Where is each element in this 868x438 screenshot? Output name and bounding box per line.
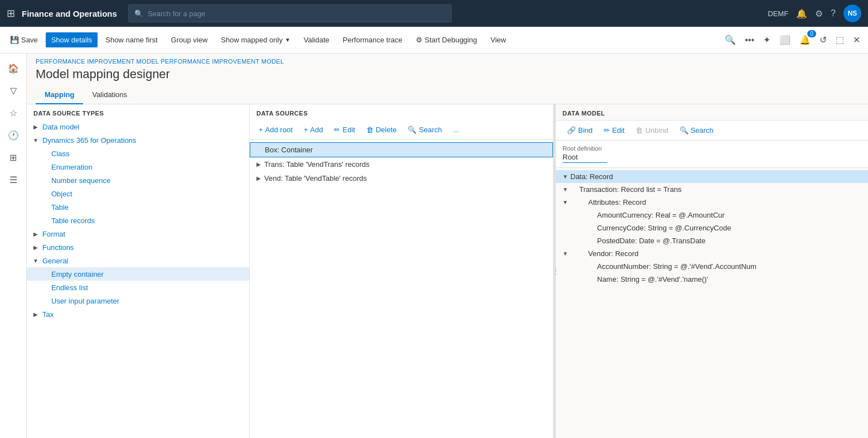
add-button[interactable]: + Add <box>299 123 328 136</box>
ds-item-box[interactable]: Box: Container <box>250 142 553 157</box>
expander-icon: ▶ <box>31 310 40 319</box>
dm-item-account-number[interactable]: AccountNumber: String = @.'#Vend'.Accoun… <box>556 260 868 273</box>
show-mapped-only-button[interactable]: Show mapped only ▼ <box>215 32 295 47</box>
dm-toolbar: 🔗 Bind ✏ Edit 🗑 Unbind 🔍 Search <box>556 121 868 141</box>
dm-item-amount-currency[interactable]: AmountCurrency: Real = @.AmountCur <box>556 209 868 222</box>
search-input[interactable] <box>148 9 445 18</box>
dm-item-vendor[interactable]: ▼ Vendor: Record <box>556 247 868 260</box>
performance-trace-button[interactable]: Performance trace <box>337 32 408 47</box>
expander-icon <box>31 203 40 211</box>
expander-icon <box>31 296 40 305</box>
expander-icon: ▶ <box>256 175 264 181</box>
sidebar-home-icon[interactable]: 🏠 <box>3 58 23 78</box>
unbind-button[interactable]: 🗑 Unbind <box>631 124 672 137</box>
cmd-right-actions: 🔍 ••• ✦ ⬜ 🔔0 ↺ ⬚ ✕ <box>721 32 864 47</box>
expander-icon: ▶ <box>31 243 40 252</box>
add-root-button[interactable]: + Add root <box>254 123 297 136</box>
search-icon: 🔍 <box>134 9 143 18</box>
dm-item-posted-date[interactable]: PostedDate: Date = @.TransDate <box>556 234 868 247</box>
expander-icon: ▼ <box>562 186 570 192</box>
dm-tree: ▼ Data: Record ▼ Transaction: Record lis… <box>556 168 868 438</box>
search-icon: 🔍 <box>680 126 688 134</box>
tree-item-number-sequence[interactable]: Number sequence <box>27 174 249 187</box>
dm-item-attributes[interactable]: ▼ Attributes: Record <box>556 196 868 209</box>
edit-icon: ✏ <box>334 126 340 134</box>
tree-item-object[interactable]: Object <box>27 187 249 200</box>
sidebar-workspaces-icon[interactable]: ⊞ <box>3 147 23 167</box>
more-options-icon[interactable]: ••• <box>741 33 758 47</box>
dm-item-transaction[interactable]: ▼ Transaction: Record list = Trans <box>556 183 868 196</box>
expander-icon: ▼ <box>31 256 40 265</box>
root-def-value: Root <box>562 153 607 163</box>
plus-icon: + <box>259 126 263 134</box>
sidebar-favorites-icon[interactable]: ☆ <box>3 103 23 123</box>
tree-item-table-records[interactable]: Table records <box>27 214 249 227</box>
expander-icon: ▼ <box>31 136 40 145</box>
data-sources-header: DATA SOURCES <box>250 104 553 120</box>
dm-item-name[interactable]: Name: String = @.'#Vend'.'name()' <box>556 273 868 286</box>
tab-mapping[interactable]: Mapping <box>36 86 83 104</box>
expander-icon <box>31 149 40 158</box>
group-view-button[interactable]: Group view <box>166 32 214 47</box>
badge-icon[interactable]: 🔔0 <box>796 32 814 47</box>
tab-validations[interactable]: Validations <box>83 86 136 104</box>
save-button[interactable]: 💾 Save <box>4 32 43 47</box>
tree-item-class[interactable]: Class <box>27 147 249 160</box>
settings-icon[interactable]: ⚙ <box>815 8 823 19</box>
ds-item-trans[interactable]: ▶ Trans: Table 'VendTrans' records <box>250 157 553 171</box>
ds-tree: Box: Container ▶ Trans: Table 'VendTrans… <box>250 140 553 438</box>
help-icon[interactable]: ? <box>831 8 836 18</box>
open-new-icon[interactable]: ⬚ <box>832 32 847 47</box>
app-grid-icon[interactable]: ⊞ <box>7 7 15 20</box>
resize-handle[interactable] <box>554 104 556 438</box>
tree-item-data-model[interactable]: ▶ Data model <box>27 120 249 133</box>
delete-button[interactable]: 🗑 Delete <box>362 123 401 136</box>
dm-item-currency-code[interactable]: CurrencyCode: String = @.CurrencyCode <box>556 222 868 234</box>
sidebar-modules-icon[interactable]: ☰ <box>3 170 23 190</box>
show-details-button[interactable]: Show details <box>46 32 98 47</box>
dm-search-button[interactable]: 🔍 Search <box>675 124 718 137</box>
show-name-first-button[interactable]: Show name first <box>100 32 163 47</box>
tree-item-empty-container[interactable]: Empty container <box>27 267 249 281</box>
tree-item-format[interactable]: ▶ Format <box>27 227 249 240</box>
bind-button[interactable]: 🔗 Bind <box>562 124 597 137</box>
tree-item-functions[interactable]: ▶ Functions <box>27 240 249 254</box>
sidebar-filter-icon[interactable]: ▽ <box>3 80 23 100</box>
tree-item-enumeration[interactable]: Enumeration <box>27 160 249 174</box>
app-title: Finance and Operations <box>22 9 117 18</box>
start-debugging-button[interactable]: ⚙ Start Debugging <box>410 32 483 47</box>
ds-item-vend[interactable]: ▶ Vend: Table 'VendTable' records <box>250 171 553 185</box>
tree-item-table[interactable]: Table <box>27 200 249 214</box>
avatar[interactable]: NS <box>843 4 861 22</box>
dm-item-data-record[interactable]: ▼ Data: Record <box>556 170 868 183</box>
dm-edit-button[interactable]: ✏ Edit <box>599 124 629 137</box>
expander-icon <box>31 189 40 198</box>
notification-icon[interactable]: 🔔 <box>796 8 807 19</box>
tree-item-tax[interactable]: ▶ Tax <box>27 307 249 321</box>
search-button[interactable]: 🔍 Search <box>403 123 446 136</box>
validate-button[interactable]: Validate <box>298 32 335 47</box>
sidebar-recent-icon[interactable]: 🕐 <box>3 125 23 145</box>
badge-count: 0 <box>807 30 816 37</box>
tree-item-endless-list[interactable]: Endless list <box>27 281 249 294</box>
expander-icon <box>31 216 40 225</box>
refresh-icon[interactable]: ↺ <box>816 32 830 47</box>
tree-item-general[interactable]: ▼ General <box>27 254 249 267</box>
save-icon: 💾 <box>10 36 19 44</box>
view-button[interactable]: View <box>485 32 512 47</box>
search-cmd-icon[interactable]: 🔍 <box>721 32 739 47</box>
expander-icon <box>31 269 40 278</box>
sidebar-icons: 🏠 ▽ ☆ 🕐 ⊞ ☰ <box>0 54 27 438</box>
more-button[interactable]: ... <box>449 123 464 136</box>
tree-item-user-input-parameter[interactable]: User input parameter <box>27 294 249 307</box>
personalize-icon[interactable]: ✦ <box>760 32 774 47</box>
tree-item-dynamics365[interactable]: ▼ Dynamics 365 for Operations <box>27 133 249 147</box>
debug-icon: ⚙ <box>416 36 423 44</box>
extension-icon[interactable]: ⬜ <box>776 32 794 47</box>
mapping-area: DATA SOURCE TYPES ▶ Data model ▼ Dynamic… <box>27 104 868 438</box>
expander-icon <box>31 176 40 185</box>
close-icon[interactable]: ✕ <box>850 32 864 47</box>
search-bar[interactable]: 🔍 <box>128 4 452 22</box>
nav-right: DEMF 🔔 ⚙ ? NS <box>768 4 861 22</box>
edit-button[interactable]: ✏ Edit <box>329 123 359 136</box>
